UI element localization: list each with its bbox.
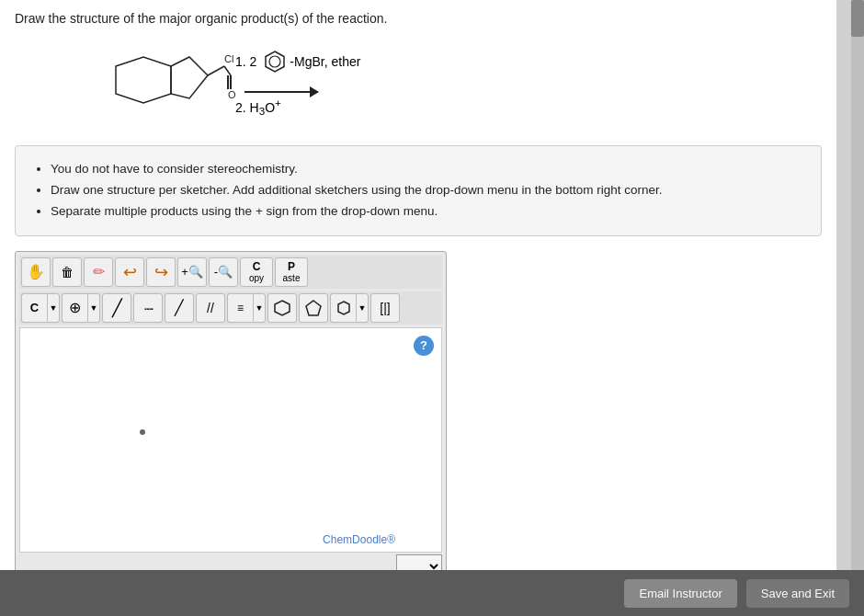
toolbar-row2: C ▼ ⊕ ▼ ╱ ····· ╱ // ≡ ▼	[19, 291, 442, 325]
triple-bond-dropdown[interactable]: ▼	[253, 293, 266, 323]
instruction-1: You do not have to consider stereochemis…	[51, 159, 804, 180]
svg-text:Cl: Cl	[224, 53, 233, 64]
condition-line-1: 1. 2 -MgBr, ether	[235, 49, 360, 74]
reagent1-label: 1. 2	[235, 54, 256, 69]
paste-tool[interactable]: P aste	[275, 257, 308, 287]
svg-point-9	[269, 56, 280, 67]
carbon-tool-dropdown[interactable]: ▼	[47, 293, 60, 323]
eraser-tool[interactable]: 🗑	[52, 257, 82, 287]
ring-tool[interactable]	[330, 293, 356, 323]
drawing-canvas[interactable]: ? ChemDoodle®	[19, 327, 442, 553]
pencil-tool[interactable]: ✏	[84, 257, 113, 287]
canvas-dot	[140, 429, 145, 435]
svg-marker-8	[266, 51, 284, 72]
hexagon-tool[interactable]	[267, 293, 297, 323]
double-bond-tool[interactable]: //	[196, 293, 225, 323]
svg-marker-10	[275, 301, 290, 315]
svg-line-2	[208, 66, 224, 75]
help-button[interactable]: ?	[414, 336, 434, 356]
question-text: Draw the structure of the major organic …	[15, 11, 822, 26]
svg-text:O: O	[228, 89, 235, 100]
dashed-bond-tool[interactable]: ·····	[133, 293, 163, 323]
carbon-tool[interactable]: C	[21, 293, 47, 323]
hand-tool[interactable]: ✋	[21, 257, 51, 287]
charge-tool[interactable]: ⊕	[62, 293, 87, 323]
bold-bond-tool[interactable]: ╱	[165, 293, 194, 323]
sketcher-container: ✋ 🗑 ✏ ↩ ↪ +🔍 -🔍 C opy P aste C ▼	[15, 251, 447, 583]
svg-marker-12	[338, 302, 349, 314]
single-bond-tool[interactable]: ╱	[102, 293, 131, 323]
triple-bond-tool[interactable]: ≡	[227, 293, 253, 323]
chemdoodle-watermark: ChemDoodle®	[323, 533, 395, 546]
template-tool[interactable]: [|]	[370, 293, 400, 323]
svg-marker-0	[116, 57, 171, 103]
pentagon-tool[interactable]	[299, 293, 328, 323]
mgbr-label: -MgBr, ether	[290, 54, 360, 69]
triple-bond-group: ≡ ▼	[227, 293, 266, 323]
undo-tool[interactable]: ↩	[115, 257, 144, 287]
charge-tool-group: ⊕ ▼	[62, 293, 100, 323]
scrollbar[interactable]	[851, 0, 864, 570]
zoom-in-tool[interactable]: +🔍	[177, 257, 207, 287]
zoom-out-tool[interactable]: -🔍	[209, 257, 238, 287]
toolbar-row1: ✋ 🗑 ✏ ↩ ↪ +🔍 -🔍 C opy P aste	[19, 256, 442, 289]
svg-marker-1	[171, 57, 208, 98]
ring-tool-group: ▼	[330, 293, 369, 323]
instructions-list: You do not have to consider stereochemis…	[32, 159, 804, 222]
condition-line-2: 2. H3O+	[235, 97, 360, 117]
svg-marker-11	[306, 301, 321, 315]
instructions-box: You do not have to consider stereochemis…	[15, 145, 822, 236]
email-instructor-button[interactable]: Email Instructor	[624, 579, 736, 608]
copy-tool[interactable]: C opy	[240, 257, 273, 287]
reaction-area: Cl O 1. 2 -MgBr, ether 2. H3O+	[88, 39, 822, 131]
reagent2-label: 2. H3O+	[235, 97, 281, 117]
ring-tool-dropdown[interactable]: ▼	[356, 293, 369, 323]
main-content: Draw the structure of the major organic …	[0, 0, 836, 616]
svg-line-3	[224, 66, 231, 75]
instruction-2: Draw one structure per sketcher. Add add…	[51, 180, 804, 201]
scrollbar-thumb[interactable]	[851, 0, 864, 37]
instruction-3: Separate multiple products using the + s…	[51, 201, 804, 222]
benzene-icon	[262, 49, 288, 74]
save-exit-button[interactable]: Save and Exit	[746, 579, 849, 608]
bottom-bar: Email Instructor Save and Exit	[0, 570, 864, 616]
redo-tool[interactable]: ↪	[146, 257, 176, 287]
carbon-tool-group: C ▼	[21, 293, 60, 323]
reaction-arrow	[244, 91, 318, 93]
reaction-structure-svg: Cl O	[88, 39, 235, 131]
charge-tool-dropdown[interactable]: ▼	[87, 293, 100, 323]
reaction-conditions: 1. 2 -MgBr, ether 2. H3O+	[235, 49, 360, 120]
